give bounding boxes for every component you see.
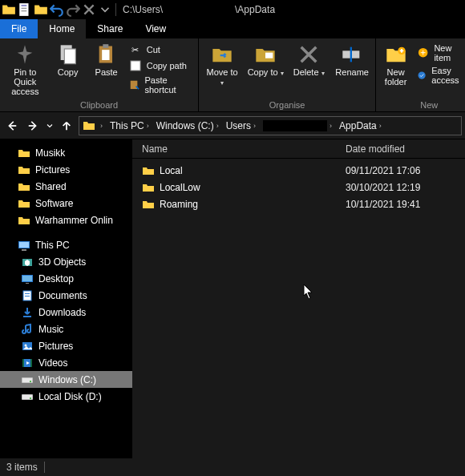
copy-path-icon: [129, 59, 142, 72]
tree-pc-item[interactable]: Downloads: [0, 304, 132, 321]
qat-folder2-icon[interactable]: [34, 2, 48, 17]
svg-point-29: [25, 344, 27, 346]
tree-item-label: Musikk: [35, 147, 65, 159]
copy-to-button[interactable]: Copy to ▾: [247, 43, 284, 78]
crumb-this-pc[interactable]: This PC›: [107, 120, 154, 131]
tree-pc-item[interactable]: Local Disk (D:): [0, 388, 132, 405]
ribbon-tabs: File Home Share View: [0, 19, 465, 38]
tree-pc-item[interactable]: Pictures: [0, 337, 132, 354]
svg-rect-10: [130, 81, 137, 89]
file-row[interactable]: LocalLow30/10/2021 12:19: [132, 179, 465, 196]
tree-quick-item[interactable]: Musikk: [0, 144, 132, 161]
paste-shortcut-button[interactable]: Paste shortcut: [129, 75, 193, 95]
undo-icon[interactable]: [50, 2, 64, 17]
svg-rect-19: [22, 249, 26, 251]
easy-access-button[interactable]: Easy access ▾: [417, 66, 465, 85]
column-date[interactable]: Date modified: [341, 143, 465, 155]
svg-rect-25: [25, 293, 30, 294]
group-label-new: New: [381, 99, 465, 111]
delete-button[interactable]: Delete ▾: [290, 43, 327, 78]
forward-button[interactable]: [24, 117, 42, 135]
tree-pc-item[interactable]: Windows (C:): [0, 371, 132, 388]
tree-quick-item[interactable]: Software: [0, 195, 132, 212]
tree-pc-item[interactable]: Music: [0, 321, 132, 337]
tree-item-label: Shared: [35, 181, 67, 192]
tree-quick-item[interactable]: Shared: [0, 178, 132, 195]
redo-icon[interactable]: [66, 2, 80, 17]
window-title: C:\Users\\AppData: [123, 4, 275, 15]
ribbon-group-new: New folder New item ▾ Easy access ▾ New: [376, 38, 465, 111]
svg-rect-5: [64, 49, 75, 64]
paste-button[interactable]: Paste: [91, 43, 123, 77]
svg-rect-23: [26, 283, 29, 284]
ribbon: Pin to Quick access Copy Paste ✂Cut Copy…: [0, 38, 465, 112]
copy-to-icon: [254, 43, 277, 66]
pictures-icon: [21, 340, 34, 353]
folder-icon: [142, 164, 155, 177]
3d-icon: [21, 256, 34, 268]
tree-item-label: Pictures: [35, 164, 70, 175]
navbar: › This PC› Windows (C:)› Users› › AppDat…: [0, 112, 465, 139]
column-header[interactable]: Name Date modified: [132, 139, 465, 159]
tab-home[interactable]: Home: [38, 19, 86, 38]
move-to-button[interactable]: Move to ▾: [204, 43, 241, 87]
file-date: 10/11/2021 19:41: [341, 199, 465, 210]
folder-icon: [18, 147, 30, 159]
paste-shortcut-icon: [129, 79, 140, 91]
cut-button[interactable]: ✂Cut: [129, 43, 193, 56]
tree-pc-item[interactable]: 3D Objects: [0, 253, 132, 270]
crumb-appdata[interactable]: AppData›: [337, 120, 386, 131]
tree-this-pc[interactable]: This PC: [0, 236, 132, 253]
copy-path-button[interactable]: Copy path: [129, 59, 193, 72]
file-list[interactable]: Local09/11/2021 17:06LocalLow30/10/2021 …: [132, 159, 465, 458]
qat-dropdown-icon[interactable]: [98, 2, 112, 17]
column-name[interactable]: Name: [132, 143, 341, 155]
qat-folder-icon: [2, 2, 16, 17]
svg-rect-3: [22, 10, 27, 11]
copy-button[interactable]: Copy: [52, 43, 84, 77]
tree-item-label: Software: [35, 198, 73, 209]
file-name: Roaming: [160, 199, 198, 210]
crumb-users[interactable]: Users›: [224, 120, 261, 131]
svg-rect-7: [103, 44, 108, 48]
delete-icon[interactable]: [82, 2, 96, 17]
tree-quick-item[interactable]: Pictures: [0, 161, 132, 178]
address-bar[interactable]: › This PC› Windows (C:)› Users› › AppDat…: [79, 116, 462, 135]
crumb-username[interactable]: ›: [261, 120, 337, 131]
tree-quick-item[interactable]: Warhammer Onlin: [0, 212, 132, 228]
tree-pc-item[interactable]: Videos: [0, 354, 132, 371]
svg-rect-18: [19, 242, 29, 248]
tree-this-pc-label: This PC: [35, 240, 70, 251]
tab-share[interactable]: Share: [86, 19, 134, 38]
new-item-button[interactable]: New item ▾: [417, 43, 465, 63]
file-row[interactable]: Local09/11/2021 17:06: [132, 162, 465, 179]
address-folder-icon: [83, 119, 95, 132]
tree-pc-item[interactable]: Desktop: [0, 270, 132, 287]
tree-item-label: Pictures: [38, 341, 73, 352]
this-pc-icon: [18, 239, 30, 252]
desktop-icon: [21, 272, 34, 285]
pin-to-quick-access-button[interactable]: Pin to Quick access: [5, 43, 46, 96]
tab-view[interactable]: View: [134, 19, 177, 38]
crumb-windows-c[interactable]: Windows (C:)›: [154, 120, 224, 131]
move-to-icon: [211, 43, 233, 66]
tree-item-label: Desktop: [38, 273, 74, 284]
navigation-pane[interactable]: MusikkPicturesSharedSoftwareWarhammer On…: [0, 139, 132, 458]
rename-button[interactable]: Rename: [334, 43, 370, 77]
back-button[interactable]: [3, 117, 21, 135]
qat-properties-icon[interactable]: [18, 2, 32, 17]
main-area: MusikkPicturesSharedSoftwareWarhammer On…: [0, 139, 465, 458]
new-folder-button[interactable]: New folder: [381, 43, 410, 87]
tree-item-label: Documents: [38, 290, 87, 301]
file-date: 09/11/2021 17:06: [341, 165, 465, 176]
up-button[interactable]: [58, 117, 75, 135]
svg-rect-27: [23, 316, 31, 317]
delete-x-icon: [297, 43, 320, 66]
recent-dropdown[interactable]: [45, 117, 55, 135]
paste-icon: [95, 43, 118, 66]
tab-file[interactable]: File: [0, 19, 38, 38]
tree-item-label: Warhammer Onlin: [35, 215, 113, 226]
file-date: 30/10/2021 12:19: [341, 182, 465, 193]
tree-pc-item[interactable]: Documents: [0, 287, 132, 304]
file-row[interactable]: Roaming10/11/2021 19:41: [132, 196, 465, 212]
